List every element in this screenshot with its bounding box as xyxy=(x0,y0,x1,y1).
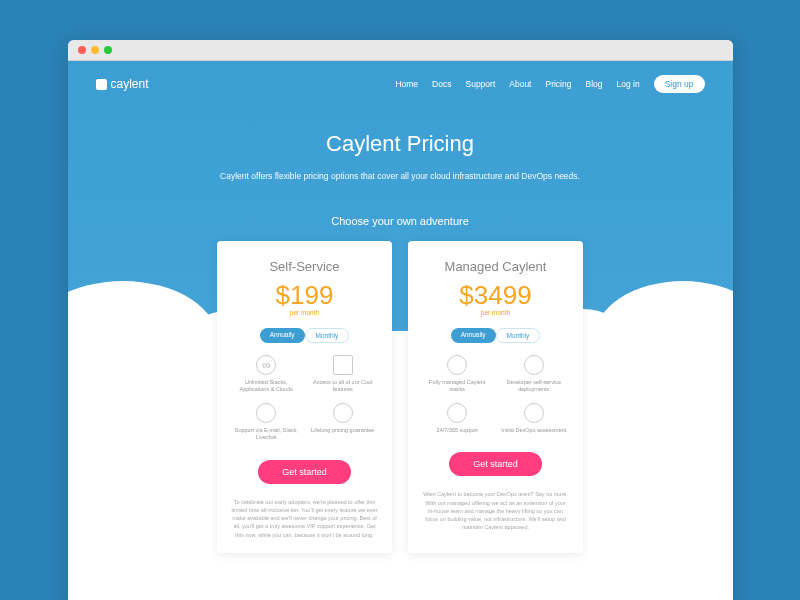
layers-icon xyxy=(447,355,467,375)
headset-icon xyxy=(256,403,276,423)
plan-period: per month xyxy=(422,309,569,316)
page-content: caylent Home Docs Support About Pricing … xyxy=(68,61,733,600)
billing-toggle: Annually Monthly xyxy=(422,328,569,343)
nav-login[interactable]: Log in xyxy=(616,79,639,89)
plan-period: per month xyxy=(231,309,378,316)
feature-item: Lifelong pricing guarantee xyxy=(308,403,379,441)
close-window-icon[interactable] xyxy=(78,46,86,54)
pricing-card-managed: Managed Caylent $3499 per month Annually… xyxy=(408,241,583,553)
nav-docs[interactable]: Docs xyxy=(432,79,451,89)
page-subtitle: Caylent offers flexible pricing options … xyxy=(88,171,713,181)
toggle-annually[interactable]: Annually xyxy=(260,328,305,343)
browser-titlebar xyxy=(68,40,733,61)
feature-grid: Unlimited Stacks, Applications & Clouds … xyxy=(231,355,378,442)
pricing-card-self-service: Self-Service $199 per month Annually Mon… xyxy=(217,241,392,553)
logo[interactable]: caylent xyxy=(96,77,149,91)
browser-window: caylent Home Docs Support About Pricing … xyxy=(68,40,733,600)
nav-pricing[interactable]: Pricing xyxy=(545,79,571,89)
feature-grid: Fully managed Caylent stacks Developer s… xyxy=(422,355,569,434)
feature-label: Lifelong pricing guarantee xyxy=(308,427,379,434)
billing-toggle: Annually Monthly xyxy=(231,328,378,343)
page-title: Caylent Pricing xyxy=(88,131,713,157)
toggle-monthly[interactable]: Monthly xyxy=(305,328,350,343)
feature-item: Initial DevOps assessment xyxy=(499,403,570,434)
feature-item: Unlimited Stacks, Applications & Clouds xyxy=(231,355,302,393)
plan-price: $3499 xyxy=(422,280,569,311)
nav-support[interactable]: Support xyxy=(465,79,495,89)
maximize-window-icon[interactable] xyxy=(104,46,112,54)
feature-label: Developer self-service deployments xyxy=(499,379,570,393)
nav-links: Home Docs Support About Pricing Blog Log… xyxy=(395,75,704,93)
feature-label: Unlimited Stacks, Applications & Clouds xyxy=(231,379,302,393)
nav-home[interactable]: Home xyxy=(395,79,418,89)
feature-item: Developer self-service deployments xyxy=(499,355,570,393)
nav-blog[interactable]: Blog xyxy=(585,79,602,89)
get-started-button[interactable]: Get started xyxy=(449,452,542,476)
feature-label: Support via E-mail, Slack, Livechat xyxy=(231,427,302,441)
rocket-icon xyxy=(524,355,544,375)
feature-item: 24/7/365 support xyxy=(422,403,493,434)
plan-name: Managed Caylent xyxy=(422,259,569,274)
logo-text: caylent xyxy=(111,77,149,91)
plan-name: Self-Service xyxy=(231,259,378,274)
hero: Caylent Pricing Caylent offers flexible … xyxy=(68,107,733,197)
toggle-monthly[interactable]: Monthly xyxy=(496,328,541,343)
tag-icon xyxy=(333,403,353,423)
section-heading: Choose your own adventure xyxy=(68,215,733,227)
minimize-window-icon[interactable] xyxy=(91,46,99,54)
feature-item: Support via E-mail, Slack, Livechat xyxy=(231,403,302,441)
get-started-button[interactable]: Get started xyxy=(258,460,351,484)
nav-about[interactable]: About xyxy=(509,79,531,89)
plan-description: To celebrate our early adopters, we're p… xyxy=(231,498,378,539)
signup-button[interactable]: Sign up xyxy=(654,75,705,93)
feature-label: 24/7/365 support xyxy=(422,427,493,434)
checklist-icon xyxy=(524,403,544,423)
grid-icon xyxy=(333,355,353,375)
feature-label: Access to all of our Cool features xyxy=(308,379,379,393)
infinity-icon xyxy=(256,355,276,375)
clock-icon xyxy=(447,403,467,423)
plan-price: $199 xyxy=(231,280,378,311)
top-nav: caylent Home Docs Support About Pricing … xyxy=(68,61,733,107)
feature-label: Fully managed Caylent stacks xyxy=(422,379,493,393)
feature-item: Fully managed Caylent stacks xyxy=(422,355,493,393)
feature-label: Initial DevOps assessment xyxy=(499,427,570,434)
feature-item: Access to all of our Cool features xyxy=(308,355,379,393)
toggle-annually[interactable]: Annually xyxy=(451,328,496,343)
plan-description: Want Caylent to become your DevOps team?… xyxy=(422,490,569,531)
pricing-cards: Self-Service $199 per month Annually Mon… xyxy=(68,241,733,573)
logo-icon xyxy=(96,79,107,90)
